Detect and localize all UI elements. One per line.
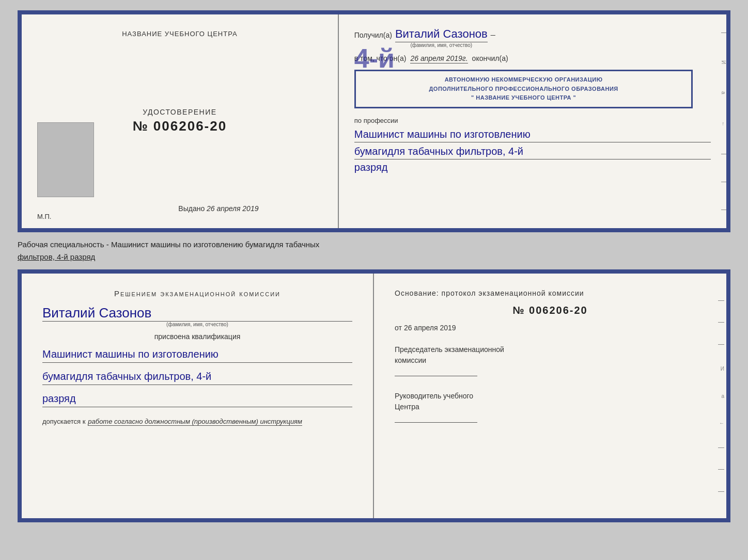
stamp-line3: " НАЗВАНИЕ УЧЕБНОГО ЦЕНТРА " (362, 93, 685, 103)
edge-line-1 (718, 300, 724, 301)
director-label-1: Руководитель учебного (395, 391, 706, 402)
right-edge-decorations: И а ← (718, 274, 724, 518)
protocol-number: № 006206-20 (395, 305, 706, 316)
recipient-sub: (фамилия, имя, отчество) (395, 42, 488, 48)
profession-label: по профессии (354, 117, 711, 124)
description-text: Рабочая специальность - Машинист машины … (18, 238, 730, 263)
edge-line-6 (718, 491, 724, 492)
received-label: Получил(а) (354, 31, 392, 39)
qual-left-panel: Решением экзаменационной комиссии Витали… (22, 274, 374, 518)
edge-text-i: И (721, 366, 724, 372)
stamp-line2: ДОПОЛНИТЕЛЬНОГО ПРОФЕССИОНАЛЬНОГО ОБРАЗО… (362, 85, 685, 94)
issued-date: 26 апреля 2019 (207, 204, 258, 213)
training-center-title: НАЗВАНИЕ УЧЕБНОГО ЦЕНТРА (122, 30, 237, 38)
cert-label: УДОСТОВЕРЕНИЕ (133, 108, 227, 116)
edge-line-3 (718, 344, 724, 345)
issued-label: Выдано (178, 204, 205, 213)
description-underline: фильтров, 4-й разряд (18, 252, 95, 261)
edge-text-a: а (721, 393, 724, 399)
cert-right-panel: 4-й Получил(а) Виталий Сазонов (фамилия,… (339, 14, 726, 228)
deco-line-3 (721, 182, 726, 182)
date-written: 26 апреля 2019г. (410, 54, 467, 63)
protocol-date-value: 26 апреля 2019 (404, 324, 456, 332)
director-block: Руководитель учебного Центра (395, 391, 706, 425)
description-main: Рабочая специальность - Машинист машины … (18, 240, 319, 249)
qual-profession-3: разряд (42, 390, 352, 407)
side-text-2: а (717, 91, 726, 94)
profession-text-3: разряд (354, 159, 711, 175)
cert-number-block: УДОСТОВЕРЕНИЕ № 006206-20 (133, 108, 227, 134)
decision-title: Решением экзаменационной комиссии (42, 289, 352, 298)
allowed-label-text: допускается к (42, 418, 85, 425)
person-name: Виталий Сазонов (42, 305, 352, 322)
mp-label: М.П. (37, 213, 51, 220)
qualification-document: Решением экзаменационной комиссии Витали… (18, 269, 730, 522)
qual-profession-2: бумагидля табачных фильтров, 4-й (42, 368, 352, 385)
chairman-label-2: комиссии (395, 355, 706, 366)
stamp-line1: АВТОНОМНУЮ НЕКОММЕРЧЕСКУЮ ОРГАНИЗАЦИЮ (362, 75, 685, 85)
person-name-sub: (фамилия, имя, отчество) (166, 322, 228, 327)
director-label-2: Центра (395, 402, 706, 412)
profession-text-1: Машинист машины по изготовлению (354, 126, 711, 142)
deco-line-4 (721, 210, 726, 210)
photo-placeholder (37, 122, 94, 197)
person-name-block: Виталий Сазонов (фамилия, имя, отчество) (42, 305, 352, 327)
cert-number: № 006206-20 (133, 118, 227, 134)
profession-text-2: бумагидля табачных фильтров, 4-й (354, 143, 711, 159)
edge-line-4 (718, 447, 724, 448)
side-text-3: ← (717, 121, 726, 126)
deco-line (721, 33, 726, 33)
allowed-text: работе согласно должностным (производств… (88, 418, 302, 426)
qual-profession-1: Машинист машины по изготовлению (42, 346, 352, 363)
chairman-block: Председатель экзаменационной комиссии (395, 344, 706, 378)
side-decorations: И а ← (717, 14, 726, 228)
big-number-stamp: 4-й (354, 43, 395, 74)
issued-line: Выдано 26 апреля 2019 (178, 204, 258, 213)
chairman-label-1: Председатель экзаменационной (395, 344, 706, 355)
chairman-signature-line (395, 366, 477, 376)
recipient-line: Получил(а) Виталий Сазонов (фамилия, имя… (354, 27, 711, 48)
protocol-date: от 26 апреля 2019 (395, 324, 706, 332)
allowed-line: допускается к работе согласно должностны… (42, 418, 352, 426)
cert-left-panel: НАЗВАНИЕ УЧЕБНОГО ЦЕНТРА УДОСТОВЕРЕНИЕ №… (22, 14, 339, 228)
date-prefix: от (395, 324, 402, 332)
in-that-line: в том, что он(а) 26 апреля 2019г. окончи… (354, 54, 711, 63)
profession-section: по профессии Машинист машины по изготовл… (354, 117, 711, 175)
finished-label: окончил(а) (472, 54, 508, 62)
qual-right-panel: Основание: протокол экзаменационной коми… (374, 274, 726, 518)
assigned-label: присвоена квалификация (42, 332, 352, 341)
stamp-block: АВТОНОМНУЮ НЕКОММЕРЧЕСКУЮ ОРГАНИЗАЦИЮ ДО… (354, 70, 693, 108)
side-text: И (717, 60, 726, 64)
edge-text-arrow: ← (719, 420, 724, 426)
deco-line-2 (721, 154, 726, 154)
recipient-name: Виталий Сазонов (395, 27, 488, 42)
certificate-document: НАЗВАНИЕ УЧЕБНОГО ЦЕНТРА УДОСТОВЕРЕНИЕ №… (18, 10, 730, 232)
director-signature-line (395, 412, 477, 423)
edge-line-5 (718, 469, 724, 470)
edge-line-2 (718, 322, 724, 323)
basis-label: Основание: протокол экзаменационной коми… (395, 289, 706, 297)
